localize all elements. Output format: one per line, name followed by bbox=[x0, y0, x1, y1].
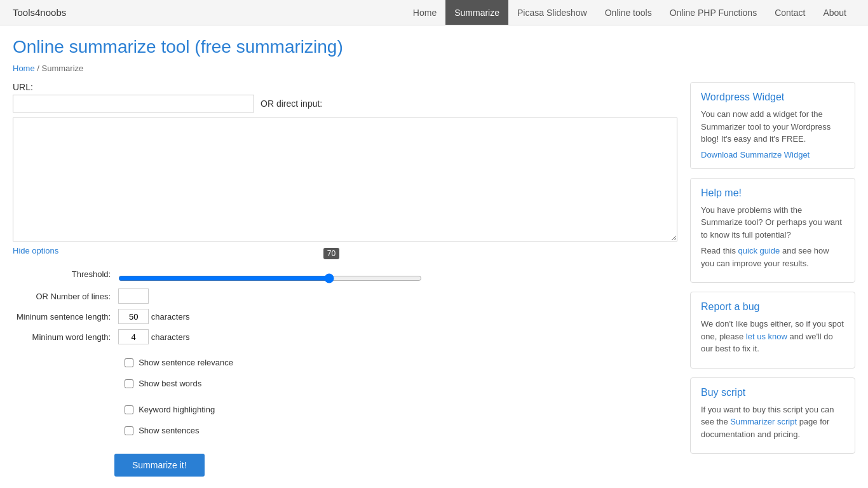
min-word-input-cell: characters bbox=[114, 327, 426, 347]
show-best-words-row: Show best words bbox=[118, 379, 422, 388]
keyword-highlighting-checkbox[interactable] bbox=[125, 405, 133, 414]
nav-links: Home Summarize Picasa Slideshow Online t… bbox=[404, 0, 855, 25]
nav-item-online-tools[interactable]: Online tools bbox=[596, 0, 661, 25]
keyword-highlighting-row: Keyword highlighting bbox=[118, 405, 422, 414]
min-sentence-label: Mininum sentence length: bbox=[13, 306, 114, 327]
show-best-words-checkbox[interactable] bbox=[125, 379, 133, 388]
help-me-text2-pre: Read this bbox=[701, 246, 738, 255]
min-word-label: Mininum word length: bbox=[13, 327, 114, 347]
num-lines-label: OR Number of lines: bbox=[13, 286, 114, 306]
url-row: OR direct input: bbox=[13, 95, 677, 112]
breadcrumb: Home / Summarize bbox=[13, 64, 855, 73]
show-sentence-relevance-checkbox[interactable] bbox=[125, 358, 133, 367]
url-label: URL: bbox=[13, 82, 677, 92]
report-bug-title: Report a bug bbox=[701, 301, 844, 313]
buy-script-card: Buy script If you want to buy this scrip… bbox=[690, 377, 855, 454]
nav-item-php-functions[interactable]: Online PHP Functions bbox=[661, 0, 766, 25]
num-lines-row: OR Number of lines: bbox=[13, 286, 426, 306]
nav-link-contact[interactable]: Contact bbox=[766, 0, 814, 25]
nav-item-about[interactable]: About bbox=[814, 0, 855, 25]
threshold-slider[interactable] bbox=[118, 273, 422, 283]
threshold-row: Threshold: 70 bbox=[13, 262, 426, 286]
nav-link-about[interactable]: About bbox=[814, 0, 855, 25]
min-sentence-input[interactable] bbox=[118, 309, 149, 324]
show-sentences-row: Show sentences bbox=[118, 426, 422, 435]
show-best-words-label[interactable]: Show best words bbox=[139, 379, 201, 388]
slider-wrapper: 70 bbox=[118, 264, 422, 283]
help-me-text1: You have problems with the Summarize too… bbox=[701, 204, 844, 241]
wordpress-widget-title: Wordpress Widget bbox=[701, 92, 844, 103]
buy-script-text: If you want to buy this script you can s… bbox=[701, 403, 844, 441]
show-sentence-relevance-row: Show sentence relevance bbox=[13, 352, 426, 373]
num-lines-input[interactable] bbox=[118, 288, 149, 304]
sidebar: Wordpress Widget You can now add a widge… bbox=[690, 82, 855, 463]
nav-link-online-tools[interactable]: Online tools bbox=[596, 0, 661, 25]
threshold-label: Threshold: bbox=[13, 262, 114, 286]
breadcrumb-current: Summarize bbox=[42, 64, 84, 73]
site-logo: Tools4noobs bbox=[13, 7, 66, 18]
navbar: Tools4noobs Home Summarize Picasa Slides… bbox=[0, 0, 868, 25]
main-panel: URL: OR direct input: Hide options Thres… bbox=[13, 82, 677, 477]
nav-link-summarize[interactable]: Summarize bbox=[445, 0, 508, 25]
threshold-slider-container: 70 bbox=[118, 264, 422, 283]
nav-link-home[interactable]: Home bbox=[404, 0, 445, 25]
submit-area: Summarize it! bbox=[13, 447, 677, 477]
show-sentence-relevance-row: Show sentence relevance bbox=[118, 358, 422, 367]
show-sentences-label[interactable]: Show sentences bbox=[139, 426, 199, 435]
slider-tooltip: 70 bbox=[323, 248, 339, 259]
direct-input-textarea[interactable] bbox=[13, 118, 677, 241]
download-widget-link[interactable]: Download Summarize Widget bbox=[701, 150, 810, 159]
threshold-slider-cell: 70 bbox=[114, 262, 426, 286]
nav-link-php-functions[interactable]: Online PHP Functions bbox=[661, 0, 766, 25]
summarizer-script-link[interactable]: Summarizer script bbox=[730, 417, 797, 426]
direct-input-label: OR direct input: bbox=[261, 98, 322, 109]
min-sentence-row: Mininum sentence length: characters bbox=[13, 306, 426, 327]
url-input[interactable] bbox=[13, 95, 254, 112]
summarize-button[interactable]: Summarize it! bbox=[114, 454, 205, 477]
let-us-know-link[interactable]: let us know bbox=[746, 332, 787, 341]
nav-item-home[interactable]: Home bbox=[404, 0, 445, 25]
nav-item-contact[interactable]: Contact bbox=[766, 0, 814, 25]
spacer-row bbox=[13, 394, 426, 399]
report-bug-text: We don't like bugs either, so if you spo… bbox=[701, 318, 844, 355]
content-area: URL: OR direct input: Hide options Thres… bbox=[13, 82, 855, 477]
quick-guide-link[interactable]: quick guide bbox=[738, 246, 780, 255]
breadcrumb-home[interactable]: Home bbox=[13, 64, 35, 73]
help-me-text2: Read this quick guide and see how you ca… bbox=[701, 245, 844, 269]
wordpress-widget-card: Wordpress Widget You can now add a widge… bbox=[690, 82, 855, 169]
min-sentence-unit: characters bbox=[151, 312, 190, 322]
options-table: Threshold: 70 OR Number of lines: bbox=[13, 262, 426, 441]
min-sentence-input-cell: characters bbox=[114, 306, 426, 327]
help-me-card: Help me! You have problems with the Summ… bbox=[690, 178, 855, 283]
min-word-input[interactable] bbox=[118, 329, 149, 344]
show-sentences-row: Show sentences bbox=[13, 420, 426, 441]
keyword-highlighting-row: Keyword highlighting bbox=[13, 399, 426, 420]
show-best-words-row: Show best words bbox=[13, 373, 426, 394]
checkbox-spacer bbox=[13, 347, 426, 352]
keyword-highlighting-label[interactable]: Keyword highlighting bbox=[139, 405, 215, 414]
num-lines-input-cell bbox=[114, 286, 426, 306]
min-word-row: Mininum word length: characters bbox=[13, 327, 426, 347]
hide-options-link[interactable]: Hide options bbox=[13, 246, 58, 255]
nav-item-summarize[interactable]: Summarize bbox=[445, 0, 508, 25]
page-title: Online summarize tool (free summarizing) bbox=[13, 25, 855, 64]
wordpress-widget-text: You can now add a widget for the Summari… bbox=[701, 108, 844, 146]
show-sentence-relevance-label[interactable]: Show sentence relevance bbox=[139, 358, 233, 367]
min-word-unit: characters bbox=[151, 332, 190, 342]
buy-script-title: Buy script bbox=[701, 387, 844, 398]
report-bug-card: Report a bug We don't like bugs either, … bbox=[690, 292, 855, 369]
show-sentences-checkbox[interactable] bbox=[125, 426, 133, 435]
nav-link-picasa[interactable]: Picasa Slideshow bbox=[508, 0, 596, 25]
nav-item-picasa[interactable]: Picasa Slideshow bbox=[508, 0, 596, 25]
help-me-title: Help me! bbox=[701, 187, 844, 199]
breadcrumb-separator: / bbox=[37, 64, 41, 73]
